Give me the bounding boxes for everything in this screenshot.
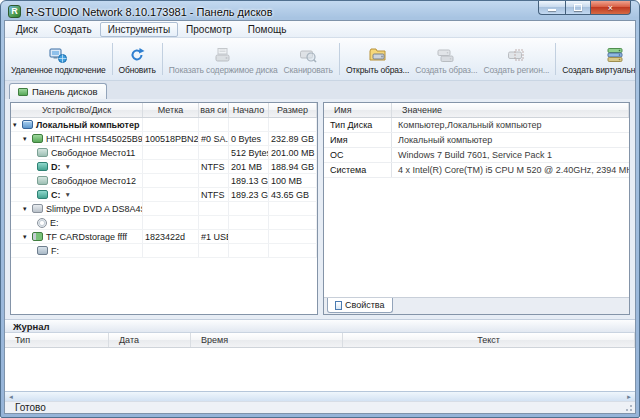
column-header-time[interactable]: Время — [191, 333, 343, 347]
toolbar-separator — [555, 43, 556, 75]
button-label: Удаленное подключение — [11, 65, 106, 75]
tree-expander-icon[interactable]: ▾ — [23, 232, 32, 241]
device-name: Локальный компьютер — [36, 120, 140, 130]
tab-label: Свойства — [345, 300, 385, 310]
scroll-left-icon[interactable]: ◄ — [8, 394, 14, 400]
scroll-right-icon[interactable]: ► — [626, 394, 632, 400]
column-header-value[interactable]: Значение — [392, 103, 629, 117]
create-raid-icon — [605, 47, 625, 63]
device-name: C: — [51, 190, 61, 200]
status-text: Готово — [15, 402, 46, 413]
property-row: Имя Локальный компьютер — [324, 133, 629, 148]
open-image-button[interactable]: Открыть образ... — [343, 40, 412, 78]
create-image-button[interactable]: Создать образ... — [412, 40, 480, 78]
property-name: Система — [324, 163, 392, 177]
volume-dropdown-icon[interactable]: ▼ — [65, 163, 71, 170]
column-header-text[interactable]: Текст — [343, 333, 635, 347]
dvd-drive-icon — [32, 204, 43, 213]
resize-grip[interactable] — [623, 403, 632, 412]
properties-tab-strip: Свойства — [324, 297, 629, 314]
horizontal-scrollbar[interactable]: ◄ ► — [5, 391, 635, 401]
computer-icon — [22, 120, 33, 129]
properties-icon — [335, 301, 342, 310]
title-bar[interactable]: R R-STUDIO Network 8.10.173981 - Панель … — [1, 1, 639, 20]
device-row-local-computer[interactable]: ▾Локальный компьютер — [11, 118, 317, 132]
close-icon: × — [608, 3, 613, 13]
usb-drive-icon — [32, 232, 43, 241]
device-row-usb[interactable]: ▾TF CARDstorage ffff 1823422d #1 USB — [11, 230, 317, 244]
tree-expander-icon[interactable]: ▾ — [13, 120, 22, 129]
properties-empty-area — [324, 178, 629, 297]
main-area: Устройство/Диск Метка вая си Начало Разм… — [5, 99, 635, 319]
menu-help[interactable]: Помощь — [240, 22, 295, 37]
scan-button[interactable]: Сканировать — [281, 40, 336, 78]
status-bar: Готово — [5, 401, 635, 413]
device-row-volume-e[interactable]: E: — [11, 216, 317, 230]
device-row-volume-c[interactable]: C:▼ NTFS 189.23 GB 43.65 GB — [11, 188, 317, 202]
device-row-dvd-drive[interactable]: ▾Slimtype DVD A DS8A4S ... — [11, 202, 317, 216]
free-space-icon — [37, 148, 48, 157]
button-label: Сканировать — [284, 65, 333, 75]
menu-bar: Диск Создать Инструменты Просмотр Помощь — [5, 21, 635, 38]
tree-expander-icon[interactable]: ▾ — [23, 134, 32, 143]
refresh-icon — [127, 47, 147, 63]
log-table-header: Тип Дата Время Текст — [5, 333, 635, 348]
property-value: 4 x Intel(R) Core(TM) i5 CPU M 520 @ 2.4… — [392, 163, 629, 177]
remote-connection-icon — [48, 47, 68, 63]
button-label: Обновить — [119, 65, 156, 75]
column-header-device[interactable]: Устройство/Диск — [11, 103, 143, 117]
device-row-volume-d[interactable]: D:▼ NTFS 201 MB 188.94 GB — [11, 160, 317, 174]
property-row: Тип Диска Компьютер,Локальный компьютер — [324, 118, 629, 133]
column-header-size[interactable]: Размер — [269, 103, 317, 117]
close-button[interactable]: × — [591, 1, 631, 15]
maximize-button[interactable] — [565, 1, 591, 15]
device-name: E: — [50, 218, 59, 228]
toolbar-separator — [112, 43, 113, 75]
property-value: Локальный компьютер — [392, 133, 629, 147]
refresh-button[interactable]: Обновить — [116, 40, 159, 78]
column-header-filesystem[interactable]: вая си — [199, 103, 229, 117]
device-name: HITACHI HTS545025B9A... — [46, 134, 143, 144]
disk-panel-icon — [18, 88, 28, 96]
properties-header: Имя Значение — [324, 103, 629, 118]
menu-view[interactable]: Просмотр — [178, 22, 240, 37]
volume-dropdown-icon[interactable]: ▼ — [65, 191, 71, 198]
tab-properties[interactable]: Свойства — [327, 298, 393, 313]
device-name: Slimtype DVD A DS8A4S ... — [46, 204, 143, 214]
device-row-free-space-2[interactable]: Свободное Место12 189.13 GB 100 MB — [11, 174, 317, 188]
create-region-button[interactable]: Создать регион... — [480, 40, 552, 78]
volume-icon — [37, 162, 48, 171]
column-header-label[interactable]: Метка — [143, 103, 199, 117]
property-value: Компьютер,Локальный компьютер — [392, 118, 629, 132]
minimize-button[interactable] — [538, 1, 565, 15]
log-panel-caption: Журнал — [5, 319, 635, 333]
button-label: Создать регион... — [483, 65, 549, 75]
show-disk-contents-button[interactable]: Показать содержимое диска — [166, 40, 281, 78]
column-header-start[interactable]: Начало — [229, 103, 269, 117]
column-header-name[interactable]: Имя — [324, 103, 392, 117]
tab-disk-panel[interactable]: Панель дисков — [9, 83, 107, 99]
maximize-icon — [574, 4, 582, 11]
property-row: ОС Windows 7 Build 7601, Service Pack 1 — [324, 148, 629, 163]
menu-create[interactable]: Создать — [46, 22, 100, 37]
property-name: Имя — [324, 133, 392, 147]
menu-disk[interactable]: Диск — [8, 22, 46, 37]
device-row-volume-f[interactable]: F: — [11, 244, 317, 258]
column-header-type[interactable]: Тип — [5, 333, 109, 347]
removable-disk-icon — [37, 246, 48, 255]
toolbar: Удаленное подключение Обновить Показать … — [5, 38, 635, 81]
menu-tools[interactable]: Инструменты — [100, 22, 178, 37]
create-region-icon — [506, 47, 526, 63]
device-row-hitachi[interactable]: ▾HITACHI HTS545025B9A... 100518PBN204...… — [11, 132, 317, 146]
minimize-icon — [548, 9, 556, 11]
button-label: Создать образ... — [415, 65, 477, 75]
log-empty-area — [5, 348, 635, 391]
tree-expander-icon[interactable]: ▾ — [23, 204, 32, 213]
button-label: Создать виртуальный RAID — [562, 65, 635, 75]
remote-connection-button[interactable]: Удаленное подключение — [8, 40, 109, 78]
create-virtual-raid-button[interactable]: Создать виртуальный RAID — [559, 40, 635, 78]
app-window: R R-STUDIO Network 8.10.173981 - Панель … — [0, 0, 640, 418]
device-row-free-space-1[interactable]: Свободное Место11 512 Bytes 201.00 MB — [11, 146, 317, 160]
column-header-date[interactable]: Дата — [109, 333, 191, 347]
window-controls: × — [538, 1, 631, 15]
